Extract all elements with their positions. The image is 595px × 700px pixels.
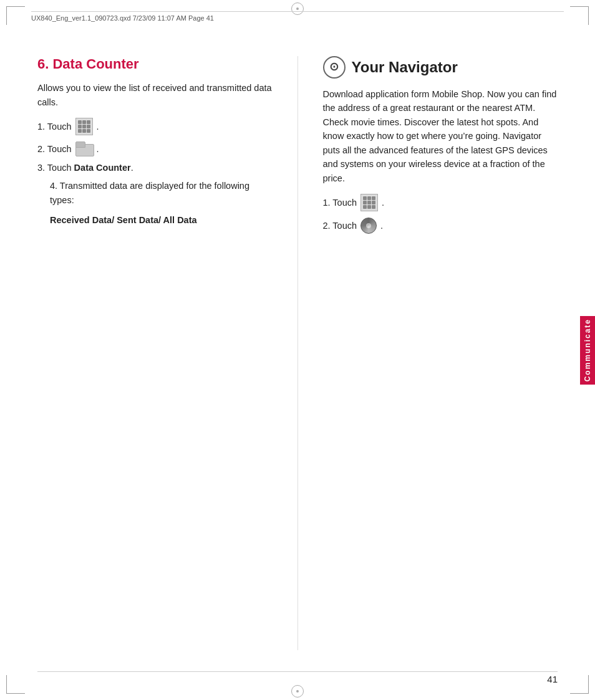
- step-4-sub: Received Data/ Sent Data/ All Data: [37, 213, 273, 228]
- step-1: 1. Touch .: [37, 118, 273, 135]
- left-body-text: Allows you to view the list of received …: [37, 81, 273, 109]
- right-section-title: ⊙ Your Navigator: [323, 56, 558, 79]
- step-3-bold: Data Counter: [74, 163, 131, 173]
- header-text: UX840_Eng_ver1.1_090723.qxd 7/23/09 11:0…: [31, 14, 214, 22]
- step-1-suffix: .: [97, 122, 99, 132]
- corner-mark-bl: [6, 675, 25, 694]
- step-3: 3. Touch Data Counter.: [37, 163, 273, 173]
- step-4-label: 4. Transmitted data are displayed for th…: [50, 181, 249, 204]
- grid-icon-step1: [75, 118, 93, 135]
- main-content: 6. Data Counter Allows you to view the l…: [37, 37, 558, 650]
- sidebar-tab-label: Communicate: [583, 319, 592, 381]
- navigator-title-text: Your Navigator: [352, 59, 458, 77]
- step-2-label: 2. Touch: [37, 144, 72, 154]
- header-bar: UX840_Eng_ver1.1_090723.qxd 7/23/09 11:0…: [31, 11, 564, 22]
- right-column: ⊙ Your Navigator Download application fo…: [323, 37, 558, 650]
- column-divider: [298, 56, 298, 650]
- nav-step-2: 2. Touch .: [323, 218, 558, 234]
- step-3-label: 3. Touch Data Counter.: [37, 163, 133, 173]
- left-column: 6. Data Counter Allows you to view the l…: [37, 37, 273, 650]
- sidebar-tab: Communicate: [580, 316, 595, 385]
- nav-step-1: 1. Touch .: [323, 194, 558, 211]
- nav-circle-icon: [360, 218, 377, 234]
- nav-step-2-label: 2. Touch: [323, 221, 357, 231]
- right-body-text: Download application form Mobile Shop. N…: [323, 87, 558, 185]
- left-section-title: 6. Data Counter: [37, 56, 273, 72]
- navigator-icon: ⊙: [323, 56, 346, 79]
- corner-mark-tl: [6, 6, 25, 25]
- step-2: 2. Touch .: [37, 141, 273, 156]
- corner-mark-tr: [570, 6, 589, 25]
- nav-step-1-label: 1. Touch: [323, 198, 357, 208]
- nav-step-1-suffix: .: [382, 198, 384, 208]
- nav-step-2-suffix: .: [380, 221, 383, 231]
- page-number: 41: [547, 674, 558, 684]
- grid-icon-nav-step1: [360, 194, 378, 211]
- step-2-suffix: .: [97, 144, 99, 154]
- step-1-label: 1. Touch: [37, 122, 72, 132]
- reg-mark-bottom: [291, 685, 304, 698]
- corner-mark-br: [570, 675, 589, 694]
- bottom-line: [37, 671, 558, 672]
- step-4: 4. Transmitted data are displayed for th…: [37, 179, 273, 207]
- folder-icon-step2: [75, 141, 93, 156]
